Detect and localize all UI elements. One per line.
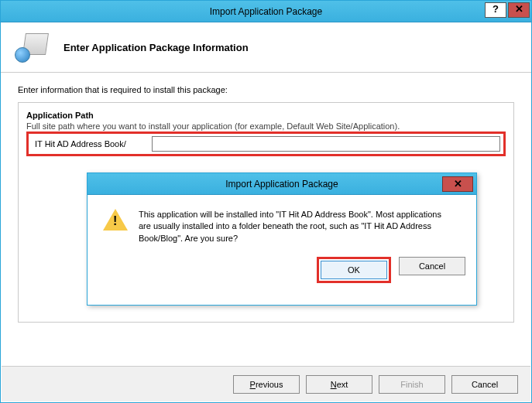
- wizard-cancel-button[interactable]: Cancel: [451, 375, 518, 394]
- main-window: Import Application Package ? ✕ Enter App…: [0, 0, 532, 403]
- window-title: Import Application Package: [210, 6, 322, 17]
- confirmation-body: ! This application will be installed int…: [88, 195, 476, 251]
- wizard-body: Enter information that is required to in…: [1, 73, 531, 323]
- instruction-text: Enter information that is required to in…: [18, 85, 514, 94]
- cancel-button[interactable]: Cancel: [399, 257, 465, 275]
- confirmation-button-row: OK Cancel: [88, 251, 476, 292]
- previous-button[interactable]: Previous: [233, 375, 300, 394]
- close-button[interactable]: ✕: [508, 2, 530, 18]
- package-icon: [15, 32, 50, 63]
- path-prefix-label: IT Hit AD Address Book/: [32, 139, 152, 149]
- group-description: Full site path where you want to install…: [26, 121, 506, 131]
- titlebar: Import Application Package ? ✕: [1, 1, 531, 22]
- warning-icon: !: [103, 209, 128, 231]
- ok-button[interactable]: OK: [321, 261, 387, 279]
- confirmation-title: Import Application Package: [225, 179, 338, 190]
- confirmation-dialog: Import Application Package ✕ ! This appl…: [87, 172, 477, 306]
- next-button[interactable]: Next: [306, 375, 372, 394]
- help-button[interactable]: ?: [485, 2, 506, 18]
- ok-highlight: OK: [317, 257, 391, 283]
- application-path-group: Application Path Full site path where yo…: [18, 102, 514, 323]
- group-title: Application Path: [26, 111, 506, 120]
- finish-button: Finish: [379, 375, 445, 394]
- application-path-input[interactable]: [152, 136, 500, 152]
- window-controls: ? ✕: [483, 2, 530, 18]
- confirmation-titlebar: Import Application Package ✕: [88, 173, 476, 195]
- application-path-row: IT Hit AD Address Book/: [26, 131, 506, 156]
- wizard-button-bar: Previous Next Finish Cancel: [2, 366, 530, 401]
- confirmation-close-button[interactable]: ✕: [442, 176, 473, 192]
- confirmation-message: This application will be installed into …: [139, 209, 448, 244]
- page-title: Enter Application Package Information: [63, 42, 249, 53]
- header-band: Enter Application Package Information: [1, 22, 531, 73]
